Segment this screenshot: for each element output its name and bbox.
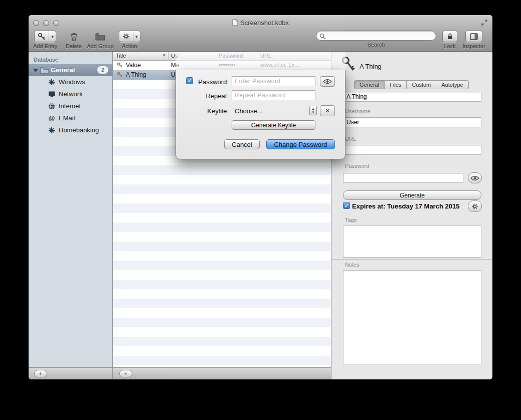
tab-autotype[interactable]: Autotype (436, 80, 468, 89)
inspector-panel-icon (470, 33, 478, 40)
eye-icon (470, 175, 479, 181)
repeat-input[interactable] (232, 90, 315, 100)
add-group-label: Add Group (85, 43, 116, 49)
window-chrome: Screenshot.kdbx ▾ Add Entry (29, 15, 492, 52)
notes-field[interactable] (343, 270, 481, 364)
monitor-icon (48, 90, 56, 98)
notes-label: Notes (345, 262, 360, 268)
cell-title: A Thing (126, 71, 167, 78)
username-field[interactable] (343, 117, 481, 127)
tab-custom[interactable]: Custom (407, 80, 436, 89)
sidebar-item-label: EMail (59, 114, 75, 122)
expires-checkbox[interactable]: ✓ (343, 202, 350, 209)
desktop-background: Screenshot.kdbx ▾ Add Entry (0, 0, 521, 420)
sidebar-item-homebanking[interactable]: Homebanking (29, 124, 112, 136)
inspector-label: Inspector (461, 43, 487, 49)
add-group-button[interactable] (95, 31, 105, 42)
search-icon (319, 33, 326, 40)
sheet-backdrop-dim (176, 52, 345, 70)
key-icon (35, 31, 49, 42)
action-button[interactable]: ▾ (119, 31, 140, 42)
inspector-button[interactable] (465, 31, 482, 42)
delete-button[interactable] (70, 31, 78, 42)
eye-icon (323, 79, 332, 84)
username-label: Username (345, 108, 371, 114)
disclosure-triangle-icon[interactable] (33, 69, 38, 72)
toolbar-lock: Lock (441, 31, 459, 49)
tags-field[interactable] (343, 226, 481, 258)
expires-settings-button[interactable] (468, 200, 482, 212)
x-icon: ✕ (325, 107, 330, 114)
reveal-password-button[interactable] (320, 76, 335, 87)
password-checkbox[interactable]: ✓ (186, 77, 193, 84)
sidebar-item-internet[interactable]: Internet (29, 100, 112, 112)
toolbar-inspector: Inspector (461, 31, 487, 49)
add-entry-label: Add Entry (33, 43, 57, 49)
chevron-down-icon: ▾ (49, 31, 56, 42)
title-field[interactable] (343, 92, 481, 102)
gear-icon (471, 203, 478, 210)
stepper-down-icon: ▼ (312, 111, 315, 114)
lock-button[interactable] (442, 31, 457, 42)
generate-keyfile-button[interactable]: Generate Keyfile (232, 120, 315, 130)
sort-indicator-icon: ▾ (163, 53, 165, 58)
sidebar-item-email[interactable]: @ EMail (29, 112, 112, 124)
group-sidebar: Database General 2 Windows Network (29, 52, 113, 367)
search-input[interactable] (327, 32, 433, 40)
document-icon (232, 19, 238, 26)
search-label: Search (316, 42, 436, 48)
at-sign-icon: @ (48, 114, 56, 122)
cell-title: Value (126, 62, 167, 69)
lock-label: Lock (441, 43, 459, 49)
change-password-sheet: ✓ Password: Repeat: Keyfile: Choose... ▲… (176, 70, 345, 159)
password-input[interactable] (232, 76, 315, 86)
url-label: URL (345, 136, 356, 142)
sidebar-group-general[interactable]: General 2 (29, 64, 112, 76)
generate-password-button[interactable]: Generate (343, 190, 481, 200)
toolbar-add-entry: ▾ Add Entry (33, 31, 57, 49)
entry-count-badge: 2 (97, 66, 108, 74)
reveal-password-button[interactable] (468, 172, 482, 183)
column-header-title[interactable]: Title (116, 53, 126, 59)
sidebar-item-label: Network (59, 90, 83, 98)
search-field[interactable] (316, 31, 436, 41)
password-label: Password (345, 163, 369, 169)
list-bottom-bar: + (113, 367, 331, 379)
chevron-down-icon: ▾ (133, 31, 140, 42)
trash-icon (70, 32, 78, 41)
password-field[interactable] (343, 173, 463, 183)
column-divider[interactable] (168, 52, 168, 61)
folder-icon (40, 67, 49, 74)
window-title: Screenshot.kdbx (29, 19, 492, 27)
homebanking-icon (48, 126, 56, 134)
sidebar-item-network[interactable]: Network (29, 88, 112, 100)
cancel-button[interactable]: Cancel (224, 139, 260, 149)
add-entry-plus-button[interactable]: + (119, 370, 132, 377)
repeat-label: Repeat: (194, 92, 229, 100)
url-field[interactable] (343, 145, 481, 155)
expires-label: Expires at: Tuesday 17 March 2015 (352, 202, 459, 210)
password-label: Password: (194, 78, 229, 86)
globe-icon (48, 102, 56, 110)
clear-keyfile-button[interactable]: ✕ (320, 105, 335, 116)
check-icon: ✓ (344, 202, 349, 208)
check-icon: ✓ (187, 78, 192, 84)
keyfile-popup-value[interactable]: Choose... (235, 107, 263, 115)
keyfile-popup-stepper[interactable]: ▲ ▼ (309, 106, 317, 115)
fullscreen-icon[interactable] (480, 19, 488, 26)
lock-icon (447, 33, 453, 40)
add-group-plus-button[interactable]: + (34, 370, 47, 377)
sidebar-item-windows[interactable]: Windows (29, 76, 112, 88)
add-entry-button[interactable]: ▾ (34, 31, 56, 42)
action-label: Action (119, 43, 140, 49)
toolbar-add-group: Add Group (85, 31, 116, 49)
change-password-button[interactable]: Change Password (266, 139, 335, 149)
inspector-tabs: General Files Custom Autotype (354, 80, 469, 89)
delete-label: Delete (65, 43, 83, 49)
tab-general[interactable]: General (354, 80, 385, 89)
inspector-entry-title: A Thing (360, 63, 382, 70)
toolbar-search: Search (316, 31, 436, 48)
tab-files[interactable]: Files (385, 80, 407, 89)
group-label: General (51, 64, 75, 76)
toolbar-action: ▾ Action (119, 31, 140, 49)
